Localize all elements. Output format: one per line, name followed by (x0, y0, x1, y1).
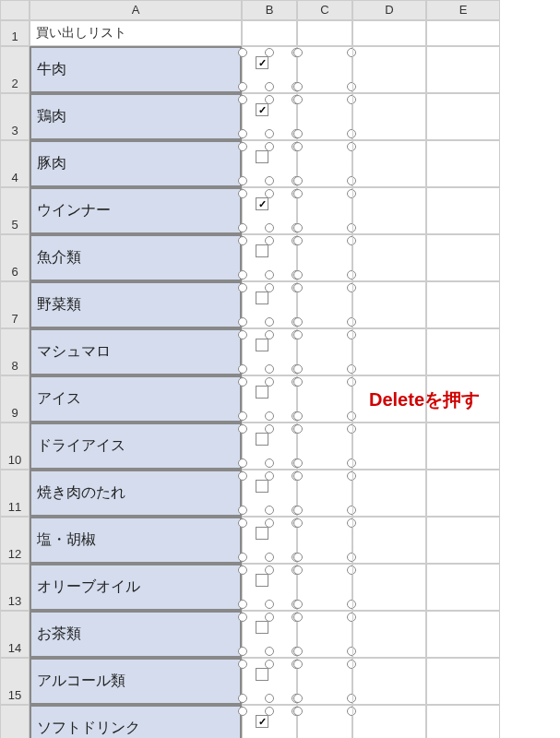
selection-handle-icon[interactable] (293, 518, 303, 528)
selection-handle-icon[interactable] (265, 176, 274, 185)
selection-handle-icon[interactable] (238, 142, 247, 151)
selection-handle-icon[interactable] (265, 236, 274, 245)
cell-empty[interactable] (352, 46, 426, 93)
selection-handle-icon[interactable] (238, 82, 247, 91)
cell-empty[interactable] (352, 234, 426, 281)
selection-handle-icon[interactable] (265, 142, 274, 151)
cell-checkbox[interactable] (242, 517, 297, 564)
cell-empty[interactable] (426, 187, 500, 234)
row-header-16[interactable]: 16 (0, 705, 30, 738)
cell-empty[interactable] (352, 281, 426, 328)
cell-empty[interactable] (352, 564, 426, 611)
selection-handle-icon[interactable] (238, 707, 247, 716)
cell-empty[interactable] (352, 328, 426, 375)
row-header-1[interactable]: 1 (0, 20, 30, 46)
cell-empty[interactable] (297, 20, 352, 46)
cell-checkbox[interactable] (242, 611, 297, 658)
cell-empty[interactable] (352, 93, 426, 140)
selection-handle-icon[interactable] (238, 283, 247, 292)
cell-empty[interactable] (426, 423, 500, 470)
selection-handle-icon[interactable] (293, 95, 303, 104)
row-header-15[interactable]: 15 (0, 658, 30, 705)
selection-handle-icon[interactable] (265, 330, 274, 339)
row-header-10[interactable]: 10 (0, 423, 30, 470)
selection-handle-icon[interactable] (238, 223, 247, 232)
selection-handle-icon[interactable] (293, 236, 303, 245)
cell-checkbox[interactable] (242, 375, 297, 423)
cell-c[interactable] (297, 375, 352, 423)
selection-handle-icon[interactable] (238, 565, 247, 575)
selection-handle-icon[interactable] (238, 176, 247, 185)
selection-handle-icon[interactable] (265, 458, 274, 468)
selection-handle-icon[interactable] (265, 189, 274, 198)
selection-handle-icon[interactable] (293, 694, 303, 703)
selection-handle-icon[interactable] (293, 707, 303, 716)
selection-handle-icon[interactable] (265, 647, 274, 656)
cell-checkbox[interactable] (242, 658, 297, 705)
selection-handle-icon[interactable] (238, 613, 247, 622)
cell-item-label[interactable]: 魚介類 (30, 234, 242, 281)
selection-handle-icon[interactable] (293, 377, 303, 387)
selection-handle-icon[interactable] (238, 518, 247, 528)
cell-checkbox[interactable] (242, 705, 297, 738)
checkbox[interactable] (256, 574, 268, 587)
selection-handle-icon[interactable] (293, 223, 303, 232)
checkbox[interactable] (256, 244, 268, 257)
selection-handle-icon[interactable] (238, 377, 247, 387)
cell-item-label[interactable]: 塩・胡椒 (30, 517, 242, 564)
cell-item-label[interactable]: アルコール類 (30, 658, 242, 705)
selection-handle-icon[interactable] (293, 142, 303, 151)
selection-handle-icon[interactable] (238, 424, 247, 434)
selection-handle-icon[interactable] (265, 694, 274, 703)
cell-c[interactable] (297, 93, 352, 140)
cell-item-label[interactable]: 豚肉 (30, 140, 242, 187)
selection-handle-icon[interactable] (265, 707, 274, 716)
cell-item-label[interactable]: ウインナー (30, 187, 242, 234)
selection-handle-icon[interactable] (265, 471, 274, 481)
selection-handle-icon[interactable] (265, 364, 274, 374)
checkbox[interactable] (256, 668, 268, 681)
selection-handle-icon[interactable] (265, 95, 274, 104)
selection-handle-icon[interactable] (265, 600, 274, 609)
selection-handle-icon[interactable] (238, 660, 247, 669)
cell-item-label[interactable]: ドライアイス (30, 423, 242, 470)
cell-item-label[interactable]: 野菜類 (30, 281, 242, 328)
selection-handle-icon[interactable] (265, 518, 274, 528)
selection-handle-icon[interactable] (293, 283, 303, 292)
cell-c[interactable] (297, 423, 352, 470)
row-header-3[interactable]: 3 (0, 93, 30, 140)
selection-handle-icon[interactable] (238, 317, 247, 327)
selection-handle-icon[interactable] (265, 82, 274, 91)
cell-checkbox[interactable] (242, 564, 297, 611)
cell-c[interactable] (297, 46, 352, 93)
cell-checkbox[interactable] (242, 93, 297, 140)
cell-checkbox[interactable] (242, 234, 297, 281)
checkbox[interactable] (256, 480, 268, 493)
row-header-9[interactable]: 9 (0, 375, 30, 423)
checkbox[interactable] (256, 197, 268, 210)
selection-handle-icon[interactable] (293, 506, 303, 515)
column-header-b[interactable]: B (242, 0, 297, 20)
cell-checkbox[interactable] (242, 46, 297, 93)
corner-cell[interactable] (0, 0, 30, 20)
selection-handle-icon[interactable] (265, 565, 274, 575)
cell-empty[interactable] (352, 20, 426, 46)
row-header-6[interactable]: 6 (0, 234, 30, 281)
cell-title[interactable]: 買い出しリスト (30, 20, 242, 46)
selection-handle-icon[interactable] (238, 553, 247, 562)
cell-empty[interactable] (426, 234, 500, 281)
selection-handle-icon[interactable] (265, 129, 274, 138)
cell-empty[interactable] (426, 328, 500, 375)
cell-checkbox[interactable] (242, 281, 297, 328)
selection-handle-icon[interactable] (293, 129, 303, 138)
cell-c[interactable] (297, 328, 352, 375)
selection-handle-icon[interactable] (238, 506, 247, 515)
cell-empty[interactable] (426, 564, 500, 611)
cell-item-label[interactable]: 牛肉 (30, 46, 242, 93)
selection-handle-icon[interactable] (293, 647, 303, 656)
selection-handle-icon[interactable] (238, 95, 247, 104)
checkbox[interactable] (256, 433, 268, 446)
cell-item-label[interactable]: マシュマロ (30, 328, 242, 375)
cell-c[interactable] (297, 187, 352, 234)
selection-handle-icon[interactable] (265, 613, 274, 622)
